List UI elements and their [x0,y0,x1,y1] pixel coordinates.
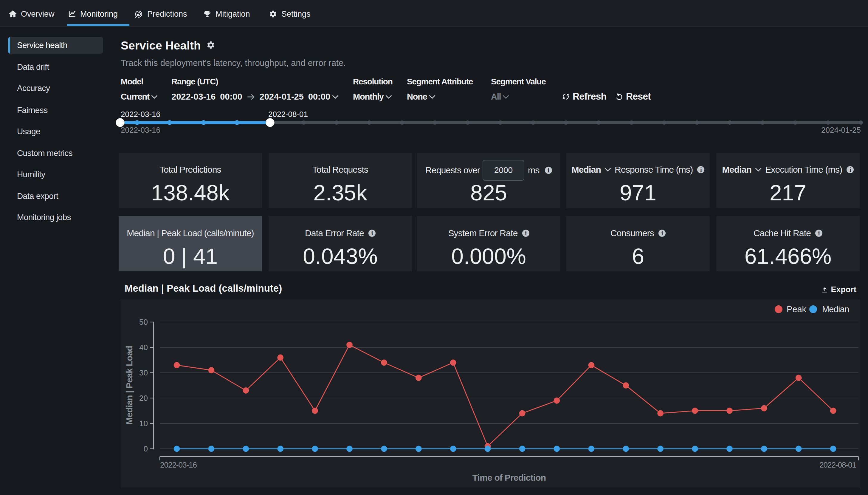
svg-text:40: 40 [139,343,148,352]
svg-text:Median | Peak Load: Median | Peak Load [124,346,134,425]
svg-text:2022-03-16: 2022-03-16 [160,460,197,470]
svg-text:Median: Median [822,305,849,314]
svg-text:Time of Prediction: Time of Prediction [473,473,546,482]
svg-text:20: 20 [139,394,148,403]
svg-text:10: 10 [139,419,148,428]
svg-text:30: 30 [139,368,148,377]
svg-text:50: 50 [139,318,148,326]
svg-text:2022-08-01: 2022-08-01 [819,460,856,470]
svg-text:0: 0 [144,444,148,453]
svg-text:Peak: Peak [786,305,807,314]
